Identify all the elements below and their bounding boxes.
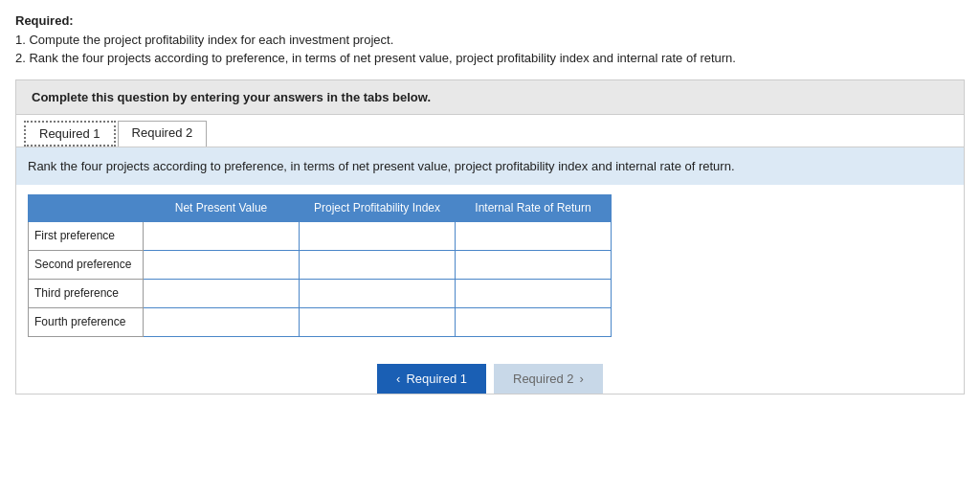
row-1-col2[interactable] — [300, 221, 456, 250]
row-4-col2[interactable] — [300, 307, 456, 336]
col-header-0 — [29, 195, 144, 222]
required-item-2: 2. Rank the four projects according to p… — [15, 49, 965, 68]
tabs-container: Required 1 Required 2 Rank the four proj… — [15, 115, 965, 395]
input-row4-col1[interactable] — [149, 316, 293, 329]
input-row1-col2[interactable] — [305, 230, 449, 243]
row-2-col3[interactable] — [456, 250, 612, 279]
row-label-3: Third preference — [29, 279, 144, 307]
row-3-col1[interactable] — [144, 279, 300, 307]
row-4-col1[interactable] — [144, 307, 300, 336]
input-row2-col1[interactable] — [149, 259, 293, 272]
input-row4-col3[interactable] — [461, 316, 605, 329]
row-label-4: Fourth preference — [29, 307, 144, 336]
col-header-3: Internal Rate of Return — [456, 195, 612, 222]
row-label-1: First preference — [29, 221, 144, 250]
table-row: Second preference — [29, 250, 612, 279]
required-title: Required: — [15, 13, 74, 28]
row-1-col1[interactable] — [144, 221, 300, 250]
row-2-col2[interactable] — [300, 250, 456, 279]
instruction-text: Complete this question by entering your … — [32, 90, 431, 104]
row-1-col3[interactable] — [456, 221, 612, 250]
table-row: Fourth preference — [29, 307, 612, 336]
col-header-2: Project Profitability Index — [300, 195, 456, 222]
prev-button[interactable]: ‹ Required 1 — [377, 364, 486, 394]
input-row1-col3[interactable] — [461, 230, 605, 243]
row-4-col3[interactable] — [456, 307, 612, 336]
ranking-table: Net Present Value Project Profitability … — [28, 194, 612, 337]
input-row3-col2[interactable] — [305, 287, 449, 301]
input-row4-col2[interactable] — [305, 316, 449, 329]
input-row1-col1[interactable] — [149, 230, 293, 243]
next-button[interactable]: Required 2 › — [494, 364, 603, 394]
instruction-box: Complete this question by entering your … — [15, 79, 965, 115]
input-row2-col3[interactable] — [461, 259, 605, 272]
input-row3-col1[interactable] — [149, 287, 293, 301]
row-3-col2[interactable] — [300, 279, 456, 307]
buttons-row: ‹ Required 1 Required 2 › — [16, 364, 964, 394]
required-section: Required: 1. Compute the project profita… — [15, 11, 965, 68]
input-row3-col3[interactable] — [461, 287, 605, 301]
col-header-1: Net Present Value — [144, 195, 300, 222]
row-label-2: Second preference — [29, 250, 144, 279]
table-row: First preference — [29, 221, 612, 250]
next-button-label: Required 2 — [513, 372, 574, 386]
next-chevron-icon: › — [580, 372, 584, 386]
required-item-1: 1. Compute the project profitability ind… — [15, 31, 965, 50]
tab-required-1[interactable]: Required 1 — [24, 121, 116, 147]
row-2-col1[interactable] — [144, 250, 300, 279]
prev-chevron-icon: ‹ — [396, 372, 400, 386]
prev-button-label: Required 1 — [406, 372, 467, 386]
table-section: Net Present Value Project Profitability … — [16, 194, 964, 349]
tabs-row: Required 1 Required 2 — [16, 115, 964, 147]
input-row2-col2[interactable] — [305, 259, 449, 272]
tab-description: Rank the four projects according to pref… — [16, 147, 964, 186]
tab-required-2[interactable]: Required 2 — [118, 121, 208, 147]
table-row: Third preference — [29, 279, 612, 307]
row-3-col3[interactable] — [456, 279, 612, 307]
